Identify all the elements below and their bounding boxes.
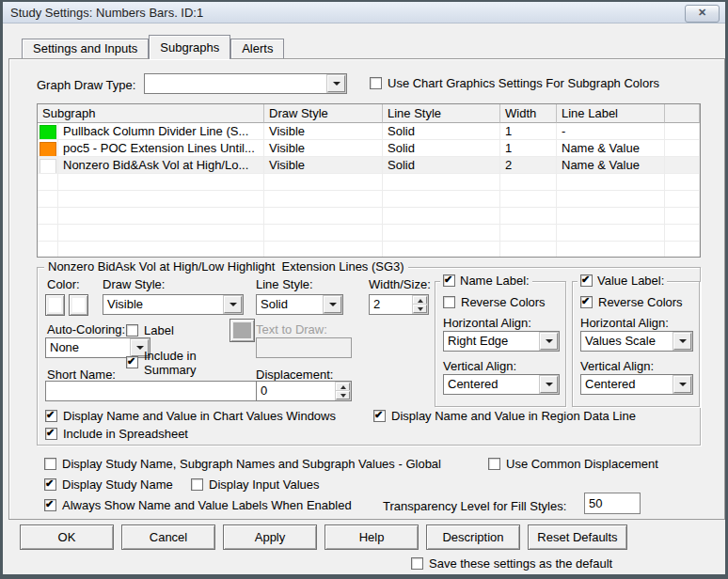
include-in-spreadsheet-checkbox[interactable]: Include in Spreadsheet: [45, 427, 188, 441]
color-fill: [49, 298, 61, 312]
table-row-selected[interactable]: Nonzero Bid&Ask Vol at High/Lo... Visibl…: [38, 157, 700, 174]
graph-draw-type-label: Graph Draw Type:: [37, 78, 135, 92]
help-button[interactable]: Help: [324, 524, 419, 550]
table-row[interactable]: Pullback Column Divider Line (S... Visib…: [38, 123, 700, 140]
line-label-cell: Name & Value: [557, 140, 665, 157]
chevron-down-icon[interactable]: [224, 296, 242, 313]
graph-draw-type-select[interactable]: [144, 73, 347, 94]
text-to-draw-input: [256, 337, 352, 358]
col-line-style[interactable]: Line Style: [383, 104, 500, 123]
always-show-labels-checkbox[interactable]: Always Show Name and Value Labels When E…: [44, 498, 352, 512]
checkbox-box[interactable]: [580, 274, 593, 287]
ok-button[interactable]: OK: [20, 524, 114, 550]
include-in-summary-checkbox[interactable]: Include in Summary: [126, 349, 215, 377]
subgraph-name-cell: poc5 - POC Extension Lines Until...: [58, 140, 264, 157]
short-name-input[interactable]: [45, 381, 277, 401]
checkbox-label: Always Show Name and Value Labels When E…: [62, 498, 352, 512]
displacement-label: Displacement:: [256, 368, 333, 382]
combo-value: Centered: [448, 377, 498, 391]
subgraph-color-cell: [38, 140, 58, 157]
col-draw-style[interactable]: Draw Style: [264, 104, 383, 123]
checkbox-label: Display Input Values: [209, 477, 320, 492]
chevron-down-icon[interactable]: [673, 376, 691, 393]
display-chart-values-checkbox[interactable]: Display Name and Value in Chart Values W…: [45, 409, 336, 423]
close-icon[interactable]: ✕: [685, 5, 720, 23]
display-region-data-checkbox[interactable]: Display Name and Value in Region Data Li…: [373, 409, 636, 423]
width-size-label: Width/Size:: [369, 277, 431, 291]
combo-value: Visible: [107, 297, 143, 311]
display-study-name-checkbox[interactable]: Display Study Name: [44, 477, 173, 492]
combo-value: Solid: [261, 297, 288, 311]
table-row-empty[interactable]: [38, 242, 700, 258]
color-swatch: [40, 142, 56, 157]
spin-down-icon[interactable]: [413, 305, 427, 313]
checkbox-label: Use Chart Graphics Settings For Subgraph…: [388, 76, 659, 90]
transparency-input[interactable]: [584, 493, 641, 514]
width-size-stepper[interactable]: 2: [369, 294, 429, 315]
draw-style-cell: Visible: [264, 123, 383, 140]
auto-coloring-label: Auto-Coloring:: [47, 322, 125, 336]
spin-down-icon[interactable]: [336, 391, 350, 399]
apply-button[interactable]: Apply: [223, 524, 317, 550]
value-reverse-colors-checkbox[interactable]: Reverse Colors: [580, 295, 683, 309]
name-vertical-align-select[interactable]: Centered: [443, 374, 560, 395]
table-row[interactable]: poc5 - POC Extension Lines Until... Visi…: [38, 140, 700, 157]
table-row-empty[interactable]: [38, 208, 700, 225]
chevron-down-icon[interactable]: [540, 333, 558, 350]
col-width[interactable]: Width: [500, 104, 557, 123]
draw-style-cell: Visible: [264, 157, 383, 174]
line-style-select[interactable]: Solid: [256, 294, 343, 315]
chevron-down-icon[interactable]: [673, 333, 691, 350]
use-chart-graphics-checkbox[interactable]: Use Chart Graphics Settings For Subgraph…: [370, 76, 659, 90]
checkbox-label: Save these settings as the default: [429, 556, 612, 571]
chevron-down-icon[interactable]: [324, 296, 341, 313]
title-bar[interactable]: Study Settings: Numbers Bars. ID:1 ✕: [3, 2, 725, 23]
label-color-button[interactable]: [229, 319, 255, 342]
table-row-empty[interactable]: [38, 225, 700, 242]
name-horizontal-align-select[interactable]: Right Edge: [443, 331, 560, 352]
spin-up-icon[interactable]: [413, 296, 427, 305]
tab-subgraphs[interactable]: Subgraphs: [149, 35, 230, 59]
transparency-label: Transparency Level for Fill Styles:: [383, 499, 566, 513]
short-name-label: Short Name:: [47, 368, 116, 382]
col-subgraph[interactable]: Subgraph: [38, 104, 264, 123]
col-line-label[interactable]: Line Label: [557, 104, 665, 123]
save-as-default-checkbox[interactable]: Save these settings as the default: [411, 556, 612, 571]
name-reverse-colors-checkbox[interactable]: Reverse Colors: [443, 295, 546, 309]
extra-cell: [665, 157, 700, 174]
chevron-down-icon[interactable]: [327, 75, 345, 92]
line-style-cell: Solid: [383, 123, 500, 140]
sg3-group-box: Nonzero BidAsk Vol at High/Low Highlight…: [37, 267, 701, 446]
checkbox-box: [126, 324, 138, 336]
table-row-empty[interactable]: [38, 174, 700, 191]
use-common-displacement-checkbox[interactable]: Use Common Displacement: [488, 457, 658, 471]
chevron-down-icon[interactable]: [540, 376, 558, 393]
primary-color-button[interactable]: [45, 294, 65, 316]
display-input-values-checkbox[interactable]: Display Input Values: [191, 477, 320, 492]
color-swatch: [40, 159, 56, 174]
subgraph-name-cell: Pullback Column Divider Line (S...: [58, 123, 264, 140]
value-label-legend: Value Label:: [578, 274, 667, 288]
checkbox-box[interactable]: [443, 274, 455, 287]
draw-style-label: Draw Style:: [103, 277, 165, 291]
display-global-checkbox[interactable]: Display Study Name, Subgraph Names and S…: [44, 457, 441, 471]
value-horizontal-align-select[interactable]: Values Scale: [580, 331, 693, 352]
cancel-button[interactable]: Cancel: [121, 524, 215, 550]
draw-style-select[interactable]: Visible: [103, 294, 244, 315]
line-style-cell: Solid: [383, 140, 500, 157]
checkbox-box: [126, 356, 138, 368]
value-vertical-align-select[interactable]: Centered: [580, 374, 693, 395]
subgraph-name-cell: Nonzero Bid&Ask Vol at High/Lo...: [58, 157, 264, 174]
value-label-group: Value Label: Reverse Colors Horizontal A…: [572, 281, 700, 407]
description-button[interactable]: Description: [426, 524, 520, 550]
reset-defaults-button[interactable]: Reset Defaults: [528, 524, 627, 550]
label-checkbox[interactable]: Label: [126, 323, 174, 337]
checkbox-box: [373, 410, 386, 422]
table-row-empty[interactable]: [38, 191, 700, 208]
secondary-color-button[interactable]: [69, 294, 88, 316]
spin-up-icon[interactable]: [336, 383, 350, 391]
displacement-stepper[interactable]: 0: [256, 381, 352, 401]
color-fill: [233, 322, 251, 338]
tab-alerts[interactable]: Alerts: [230, 39, 284, 58]
tab-settings-and-inputs[interactable]: Settings and Inputs: [22, 39, 149, 58]
